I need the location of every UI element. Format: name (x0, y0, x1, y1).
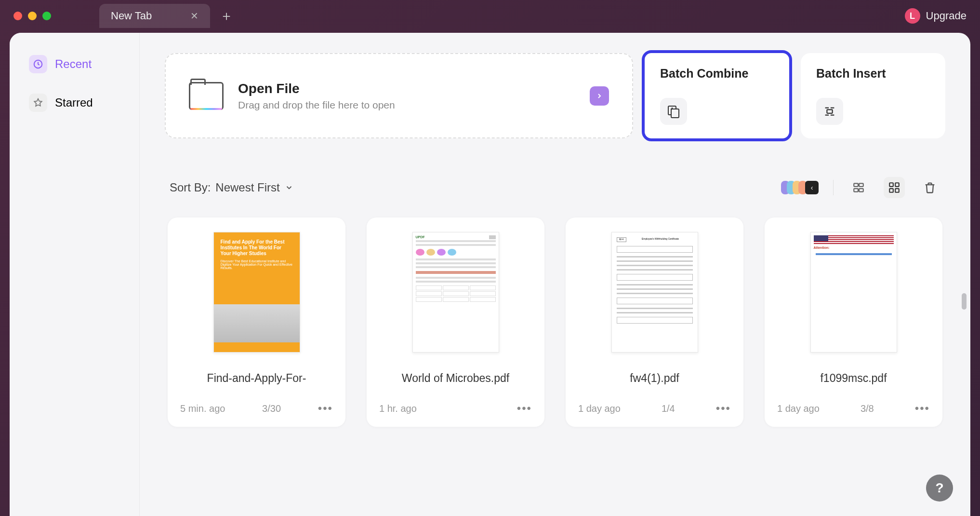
upgrade-link[interactable]: Upgrade (926, 10, 967, 22)
file-name: f1099msc.pdf (777, 364, 930, 393)
clock-icon (29, 55, 47, 73)
minimize-window-button[interactable] (28, 12, 37, 20)
tab-title: New Tab (111, 10, 152, 22)
folder-icon (189, 82, 224, 110)
more-options-icon[interactable]: ••• (915, 402, 930, 415)
sort-dropdown[interactable]: Sort By: Newest First (170, 181, 293, 194)
svg-rect-8 (889, 183, 893, 187)
file-time: 5 min. ago (180, 403, 225, 414)
avatar[interactable]: L (905, 8, 920, 24)
batch-insert-card[interactable]: Batch Insert (801, 53, 945, 138)
svg-rect-2 (671, 109, 679, 118)
main-area: Open File Drag and drop the file here to… (140, 33, 970, 516)
close-window-button[interactable] (13, 12, 22, 20)
batch-combine-label: Batch Combine (660, 67, 774, 81)
window-controls (13, 12, 51, 20)
open-file-card[interactable]: Open File Drag and drop the file here to… (165, 53, 633, 138)
svg-rect-3 (827, 109, 832, 113)
avatar-initial: L (910, 11, 915, 21)
file-time: 1 hr. ago (379, 403, 417, 414)
file-thumbnail: Attention: (810, 232, 897, 353)
more-options-icon[interactable]: ••• (517, 402, 532, 415)
open-file-text: Open File Drag and drop the file here to… (238, 81, 395, 111)
batch-insert-label: Batch Insert (816, 67, 930, 81)
file-meta: 1 day ago 3/8 ••• (777, 402, 930, 415)
more-options-icon[interactable]: ••• (716, 402, 731, 415)
browser-tab[interactable]: New Tab ✕ (99, 4, 210, 28)
svg-rect-4 (854, 183, 858, 187)
svg-rect-9 (895, 183, 899, 187)
sidebar-item-label: Starred (55, 96, 93, 109)
file-thumbnail: UPDF (412, 232, 499, 353)
svg-rect-10 (889, 189, 893, 192)
color-filter[interactable]: ‹ (784, 181, 819, 194)
file-card[interactable]: Attention: f1099msc.pdf 1 day ago 3/8 ••… (765, 217, 942, 427)
file-time: 1 day ago (777, 403, 820, 414)
file-card[interactable]: Find and Apply For the Best Institutes I… (168, 217, 345, 427)
open-file-title: Open File (238, 81, 395, 96)
chevron-down-icon (285, 183, 293, 192)
close-tab-icon[interactable]: ✕ (190, 10, 199, 22)
sidebar-item-label: Recent (55, 57, 92, 71)
file-name: fw4(1).pdf (578, 364, 731, 393)
sidebar-item-recent[interactable]: Recent (20, 47, 129, 81)
sidebar-item-starred[interactable]: Starred (20, 86, 129, 120)
file-card[interactable]: W-4Employee's Withholding Certificate fw… (566, 217, 743, 427)
sort-prefix: Sort By: (170, 181, 211, 194)
help-button[interactable]: ? (926, 475, 953, 502)
more-options-icon[interactable]: ••• (318, 402, 333, 415)
file-pages: 3/8 (861, 403, 874, 414)
titlebar: New Tab ✕ ＋ L Upgrade (0, 0, 980, 32)
file-thumbnail: W-4Employee's Withholding Certificate (611, 232, 698, 353)
batch-combine-card[interactable]: Batch Combine (645, 53, 789, 138)
chevron-left-icon: ‹ (805, 181, 819, 194)
sort-value: Newest First (215, 181, 279, 194)
trash-button[interactable] (919, 177, 940, 198)
file-meta: 5 min. ago 3/30 ••• (180, 402, 333, 415)
svg-rect-6 (854, 189, 858, 192)
file-time: 1 day ago (578, 403, 621, 414)
file-card[interactable]: UPDF World of Microbes.pdf 1 hr. ago (367, 217, 544, 427)
svg-rect-11 (895, 189, 899, 192)
star-icon (29, 94, 47, 112)
new-tab-button[interactable]: ＋ (220, 7, 233, 25)
list-view-button[interactable] (848, 177, 869, 198)
list-controls: Sort By: Newest First ‹ (165, 177, 945, 198)
view-controls: ‹ (784, 177, 940, 198)
file-name: World of Microbes.pdf (379, 364, 532, 393)
svg-rect-7 (859, 189, 863, 192)
grid-view-button[interactable] (884, 177, 905, 198)
file-meta: 1 hr. ago ••• (379, 402, 532, 415)
help-icon: ? (935, 480, 943, 496)
insert-page-icon (816, 98, 843, 125)
combine-files-icon (660, 98, 687, 125)
file-grid: Find and Apply For the Best Institutes I… (165, 217, 945, 427)
scrollbar[interactable] (962, 293, 967, 310)
svg-rect-5 (859, 183, 863, 187)
titlebar-right: L Upgrade (905, 8, 967, 24)
file-pages: 3/30 (262, 403, 281, 414)
divider (833, 180, 834, 195)
open-file-subtitle: Drag and drop the file here to open (238, 99, 395, 111)
file-thumbnail: Find and Apply For the Best Institutes I… (213, 232, 300, 353)
file-meta: 1 day ago 1/4 ••• (578, 402, 731, 415)
open-file-go-button[interactable] (590, 86, 609, 106)
app-window: Recent Starred Open File Drag and drop t… (10, 33, 970, 516)
sidebar: Recent Starred (10, 33, 140, 516)
file-name: Find-and-Apply-For- (180, 364, 333, 393)
action-row: Open File Drag and drop the file here to… (165, 53, 945, 138)
file-pages: 1/4 (662, 403, 675, 414)
maximize-window-button[interactable] (42, 12, 51, 20)
